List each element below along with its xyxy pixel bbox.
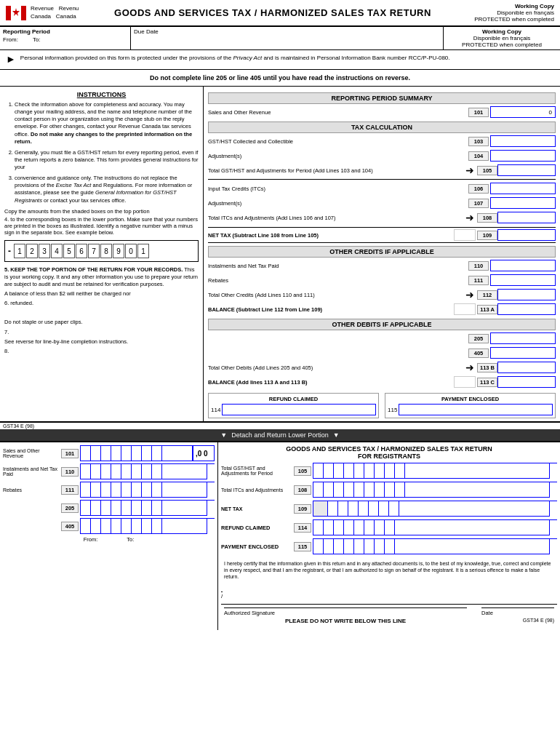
header: Revenue Revenu Canada Canada GOODS AND S… [0,0,560,27]
adj-input[interactable] [490,150,556,162]
reg-109-row: NET TAX 109 [221,501,557,517]
reg-109-grid[interactable] [313,501,550,517]
instalments-grid[interactable] [80,463,207,479]
reg-114-row: REFUND CLAIMED 114 [221,519,557,535]
instruction-2: Generally, you must file a GST/HST retur… [15,149,199,171]
page-title: GOODS AND SERVICES TAX / HARMONIZED SALE… [93,7,452,18]
from-to: From: To: [3,35,127,43]
date-col: Date GST34 E (98) [481,607,554,624]
reg-108-grid[interactable] [313,482,550,498]
reg-114-grid[interactable] [313,519,550,535]
rebates-input[interactable] [490,274,556,286]
instalments-arrow [207,463,215,479]
balance-c-input[interactable] [497,376,556,388]
reg-sales-row: Sales and Other Revenue 101 ,0 0 [3,445,215,461]
triangle-left: ▼ [220,431,227,439]
form-col: REPORTING PERIOD SUMMARY Sales and Other… [204,87,560,421]
other-credits-header: OTHER CREDITS IF APPLICABLE [208,246,556,258]
main-content: INSTRUCTIONS Check the information above… [0,87,560,423]
reporting-summary-header: REPORTING PERIOD SUMMARY [208,92,556,104]
instruction-3: convenience and guidance only. The instr… [15,175,199,204]
reg-105-row: Total GST/HST and Adjustments for Period… [221,463,557,479]
total-gst-row: Total GST/HST and Adjustments for Period… [208,164,556,177]
sales-input[interactable]: 0 [490,106,556,118]
canada-flag-icon [6,6,26,20]
line205-grid[interactable] [80,500,207,516]
total-debits-row: Total Other Debits (Add Lines 205 and 40… [208,361,556,374]
registrant-right: GOODS AND SERVICES TAX / HARMONIZED SALE… [218,442,560,630]
total-itc-input[interactable] [497,212,556,223]
info-bar-left: Reporting Period From: To: Due Date [0,27,444,49]
instructions-col: INSTRUCTIONS Check the information above… [0,87,204,421]
arrow-icon: ► [6,53,16,65]
rebates-arrow [207,482,215,498]
bottom-actions: REFUND CLAIMED 114 PAYMENT ENCLOSED 115 [208,393,556,418]
gst-footer-top-bar: GST34 E (98) [0,423,560,429]
canada-text: Revenue Revenu Canada Canada [31,5,79,20]
line205-row: 205 [208,332,556,345]
gst-row: GST/HST Collected and Collectible 103 [208,135,556,148]
registrant-section: Sales and Other Revenue 101 ,0 0 [0,441,560,630]
sales-row: Sales and Other Revenue 101 0 [208,105,556,119]
rebates-grid[interactable] [80,482,207,498]
other-debits-header: OTHER DEBITS IF APPLICABLE [208,319,556,330]
divider-1 [208,179,556,180]
net-tax-input[interactable] [497,229,556,241]
arrow-105: ➜ [465,164,474,176]
itc-row: Input Tax Credits (ITCs) 106 [208,182,556,195]
instructions-list: Check the information above for complete… [4,101,199,204]
rebates-row: Rebates 111 [208,274,556,287]
due-date: Due Date [131,27,218,49]
detach-text: Detach and Return Lower Portion [231,431,329,439]
svg-rect-2 [21,6,26,20]
arrow-108: ➜ [465,212,474,223]
svg-rect-0 [6,6,11,20]
total-credits-input[interactable] [497,289,556,300]
refund-input[interactable] [222,404,376,415]
instalments-input[interactable] [490,260,556,271]
info-bar-right: Working Copy Disponible en français PROT… [444,27,560,49]
net-tax-empty-box [454,229,476,241]
gst-input[interactable] [490,135,556,147]
balance-a-row: BALANCE (Subtract Line 112 from Line 109… [208,303,556,316]
reg-115-grid[interactable] [313,538,550,554]
itc-input[interactable] [490,183,556,194]
reg-405-row: 405 [3,518,215,534]
line405-row: 405 [208,346,556,359]
working-copy-info: Working Copy Disponible en français PROT… [452,3,554,23]
arrow-112: ➜ [465,289,474,300]
line205-input[interactable] [490,332,556,344]
reg-205-row: 205 [3,500,215,516]
tax-calc-header: TAX CALCULATION [208,121,556,133]
total-itc-row: Total ITCs and Adjustments (Add Lines 10… [208,211,556,224]
instruction-4-intro: Copy the amounts from the shaded boxes o… [4,208,199,215]
line405-input[interactable] [490,347,556,359]
from-to-bottom: From: To: [3,536,215,543]
reg-instalments-row: Instalments and Net Tax Paid 110 [3,463,215,479]
adj-row: Adjustment(s) 104 [208,149,556,162]
privacy-text: Personal information provided on this fo… [20,55,450,61]
itc-adj-row: Adjustment(s) 107 [208,196,556,210]
total-gst-input[interactable] [497,164,556,176]
page: Revenue Revenu Canada Canada GOODS AND S… [0,0,560,630]
registrant-left: Sales and Other Revenue 101 ,0 0 [0,442,218,630]
payment-input[interactable] [399,404,553,415]
sales-grid-input[interactable] [80,445,193,461]
balance-c-row: BALANCE (Add lines 113 A and 113 B) 113 … [208,375,556,389]
line405-grid[interactable] [80,518,207,534]
total-debits-input[interactable] [497,362,556,373]
info-bar: Reporting Period From: To: Due Date Work… [0,27,560,50]
reg-105-grid[interactable] [313,463,550,479]
sales-amount: ,0 0 [193,445,215,461]
logo-area: Revenue Revenu Canada Canada [6,5,93,20]
instructions-title: INSTRUCTIONS [4,91,199,98]
net-tax-row: NET TAX (Subtract Line 108 from Line 105… [208,227,556,243]
payment-box: PAYMENT ENCLOSED 115 [385,393,556,418]
certification-text: I hereby certify that the information gi… [221,557,557,583]
registrant-title: GOODS AND SERVICES TAX / HARMONIZED SALE… [221,445,557,460]
reg-rebates-row: Rebates 111 [3,482,215,498]
balance-c-empty [454,376,476,388]
balance-a-input[interactable] [497,303,556,315]
itc-adj-input[interactable] [490,197,556,209]
instalments-row: Instalments and Net Tax Paid 110 [208,259,556,272]
